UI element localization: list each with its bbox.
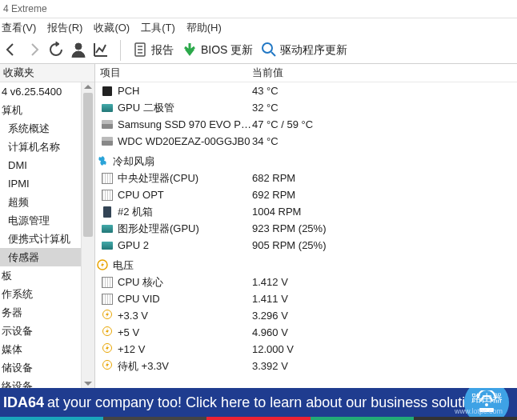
sensor-name: CPU VID [118, 291, 252, 306]
sidebar-item[interactable]: 媒体 [0, 340, 81, 358]
toolbar-nav [3, 42, 109, 60]
menu-favorites[interactable]: 收藏(O) [94, 21, 130, 35]
sensor-name: 图形处理器(GPU) [118, 221, 252, 236]
sidebar-item[interactable]: 传感器 [0, 248, 81, 266]
sensor-row[interactable]: #2 机箱1004 RPM [95, 203, 517, 220]
section-label: 冷却风扇 [113, 154, 154, 169]
sidebar-item[interactable]: 系统概述 [0, 119, 81, 138]
sensor-row[interactable]: GPU 二极管32 °C [95, 99, 517, 116]
toolbar: 报告 BIOS 更新 驱动程序更新 [0, 38, 517, 64]
scroll-down-icon[interactable] [84, 382, 92, 386]
sensor-row[interactable]: PCH43 °C [95, 82, 517, 99]
svg-line-6 [271, 52, 275, 56]
window-titlebar: 4 Extreme [0, 0, 517, 18]
sidebar-item[interactable]: 作系统 [0, 285, 81, 303]
section-label: 电压 [113, 258, 134, 273]
report-icon [132, 42, 148, 60]
scroll-thumb[interactable] [83, 93, 93, 237]
sensor-name: PCH [118, 83, 252, 98]
banner-brand: 路由器 [471, 391, 503, 406]
sensor-row[interactable]: +12 V12.000 V [95, 341, 517, 358]
back-icon[interactable] [3, 42, 19, 60]
content-rows: PCH43 °CGPU 二极管32 °CSamsung SSD 970 EVO … [95, 82, 517, 374]
sensor-name: CPU OPT [118, 187, 252, 202]
column-value[interactable]: 当前值 [252, 66, 517, 80]
menu-report[interactable]: 报告(R) [47, 21, 82, 35]
sensor-value: 43 °C [252, 83, 517, 98]
sensor-row[interactable]: CPU 核心1.412 V [95, 274, 517, 290]
disk-icon [100, 135, 114, 148]
column-item[interactable]: 项目 [100, 66, 252, 80]
menubar: 查看(V) 报告(R) 收藏(O) 工具(T) 帮助(H) [0, 18, 517, 38]
sidebar-item[interactable]: 储设备 [0, 358, 81, 377]
menu-view[interactable]: 查看(V) [2, 21, 36, 35]
sidebar-item[interactable]: 便携式计算机 [0, 230, 81, 248]
fan-icon [95, 155, 110, 168]
sensor-name: +3.3 V [118, 308, 252, 323]
person-icon[interactable] [70, 42, 86, 60]
sensor-name: GPU 二极管 [118, 100, 252, 115]
sensor-row[interactable]: 图形处理器(GPU)923 RPM (25%) [95, 220, 517, 237]
sensor-row[interactable]: CPU VID1.411 V [95, 290, 517, 307]
sensor-name: +5 V [118, 325, 252, 340]
chart-icon[interactable] [93, 42, 109, 60]
pch-icon [100, 85, 114, 98]
bolt-icon [100, 343, 114, 356]
sensor-row[interactable]: 待机 +3.3V3.392 V [95, 358, 517, 374]
sensor-value: 4.960 V [252, 325, 517, 340]
case-icon [100, 206, 114, 218]
svg-point-0 [75, 43, 82, 50]
sidebar-tree[interactable]: 4 v6.25.5400算机系统概述计算机名称DMIIPMI超频电源管理便携式计… [0, 82, 81, 388]
forward-icon[interactable] [26, 42, 42, 60]
content-pane: 项目 当前值 PCH43 °CGPU 二极管32 °CSamsung SSD 9… [95, 64, 517, 388]
sidebar-item[interactable]: IPMI [0, 174, 81, 193]
sidebar-item[interactable]: 电源管理 [0, 211, 81, 230]
sensor-row[interactable]: Samsung SSD 970 EVO Plus ...47 °C / 59 °… [95, 116, 517, 133]
sensor-row[interactable]: GPU 2905 RPM (25%) [95, 237, 517, 254]
chip-icon [100, 293, 114, 306]
gpu-icon [100, 222, 114, 235]
sensor-name: 中央处理器(CPU) [118, 170, 252, 186]
chip-icon [100, 276, 114, 289]
gpu-icon [100, 239, 114, 252]
sensor-row[interactable]: WDC WD20EZAZ-00GGJB034 °C [95, 133, 517, 150]
sensor-row[interactable]: +3.3 V3.296 V [95, 307, 517, 324]
refresh-icon[interactable] [48, 42, 64, 60]
sensor-value: 3.392 V [252, 358, 517, 374]
report-button[interactable]: 报告 [132, 42, 174, 60]
banner[interactable]: IDA64 at your company too! Click here to… [0, 388, 517, 417]
sidebar-item[interactable]: 4 v6.25.5400 [0, 82, 81, 101]
sidebar-item[interactable]: 板 [0, 266, 81, 285]
sidebar-item[interactable]: DMI [0, 156, 81, 174]
sidebar-item[interactable]: 计算机名称 [0, 138, 81, 156]
section-header: 电压 [95, 254, 517, 274]
bios-update-button[interactable]: BIOS 更新 [182, 42, 253, 60]
sensor-value: 47 °C / 59 °C [252, 117, 517, 132]
chip-icon [100, 172, 114, 185]
sidebar-item[interactable]: 算机 [0, 101, 81, 119]
menu-help[interactable]: 帮助(H) [186, 21, 222, 35]
sensor-row[interactable]: 中央处理器(CPU)682 RPM [95, 170, 517, 186]
banner-logo: IDA64 [3, 394, 44, 411]
sensor-name: 待机 +3.3V [118, 358, 252, 374]
sensor-value: 34 °C [252, 134, 517, 149]
scroll-up-icon[interactable] [84, 85, 92, 89]
bolt-icon [100, 360, 114, 373]
driver-update-button[interactable]: 驱动程序更新 [261, 42, 347, 60]
sensor-row[interactable]: +5 V4.960 V [95, 324, 517, 341]
bolt-icon [100, 310, 114, 322]
sidebar-item[interactable]: 络设备 [0, 377, 81, 388]
sidebar-header: 收藏夹 [0, 64, 94, 82]
footer-stripe [0, 417, 517, 420]
bios-label: BIOS 更新 [201, 43, 253, 58]
sensor-name: #2 机箱 [118, 204, 252, 219]
sensor-row[interactable]: CPU OPT692 RPM [95, 186, 517, 203]
menu-tools[interactable]: 工具(T) [141, 21, 175, 35]
sidebar-item[interactable]: 务器 [0, 303, 81, 322]
sidebar-item[interactable]: 超频 [0, 193, 81, 211]
chip-icon [100, 189, 114, 202]
sensor-name: CPU 核心 [118, 274, 252, 290]
sidebar-item[interactable]: 示设备 [0, 322, 81, 340]
sensor-name: Samsung SSD 970 EVO Plus ... [118, 117, 252, 132]
sidebar-scrollbar[interactable] [81, 82, 94, 388]
